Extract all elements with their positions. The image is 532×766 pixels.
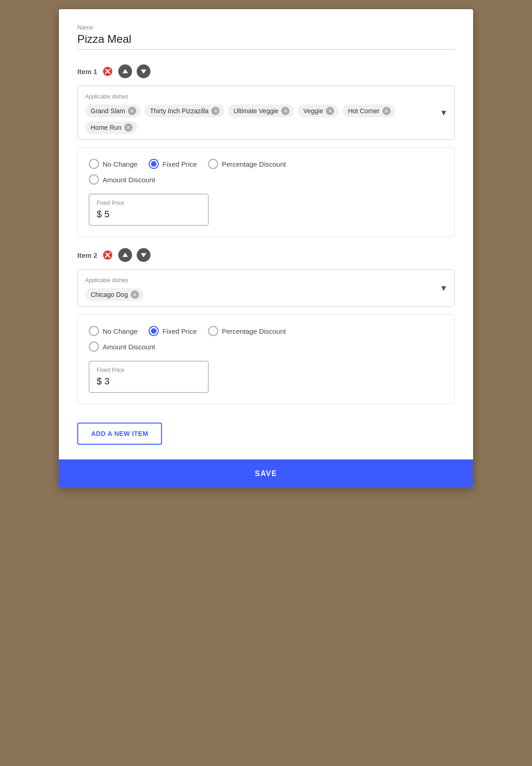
dish-tag-label: Veggie <box>303 107 323 115</box>
move-down-1-button[interactable] <box>137 64 150 78</box>
dish-tag-label: Grand Slam <box>91 107 125 115</box>
items-container: Item 1 Applicable dishesGrand Slam✕Thirt… <box>77 64 455 404</box>
dish-remove-button[interactable]: ✕ <box>382 107 391 115</box>
move-down-2-button[interactable] <box>137 248 150 262</box>
radio-label: No Change <box>103 160 138 168</box>
remove-item-1-button[interactable] <box>102 65 114 77</box>
dish-remove-button[interactable]: ✕ <box>124 123 133 132</box>
radio-label: Percentage Discount <box>222 327 286 335</box>
radio-label: No Change <box>103 327 138 335</box>
item-label-2: Item 2 <box>77 251 97 259</box>
dish-tag-label: Chicago Dog <box>91 291 128 298</box>
dishes-box-2[interactable]: Applicable dishesChicago Dog✕▼ <box>77 269 455 307</box>
remove-icon-2 <box>103 250 113 260</box>
down-arrow-icon <box>140 68 147 75</box>
price-options-box-1: No ChangeFixed PricePercentage DiscountA… <box>77 147 455 237</box>
radio-circle <box>89 159 99 169</box>
radio-label: Amount Discount <box>103 343 155 351</box>
add-new-item-button[interactable]: ADD A NEW ITEM <box>77 423 162 445</box>
dish-tag: Ultimate Veggie✕ <box>228 104 294 117</box>
name-label: Name <box>77 24 455 31</box>
dishes-label-2: Applicable dishes <box>85 277 447 284</box>
radio-circle <box>149 326 159 336</box>
dish-tag: Thirty Inch Pizzazilla✕ <box>145 104 225 117</box>
fixed-price-value-2: $ 3 <box>97 376 201 387</box>
radio-label: Percentage Discount <box>222 160 286 168</box>
dish-tag: Veggie✕ <box>298 104 339 117</box>
svg-marker-9 <box>141 253 146 257</box>
remove-item-2-button[interactable] <box>102 249 114 261</box>
fixed-price-box-2[interactable]: Fixed Price$ 3 <box>89 361 208 393</box>
radio-inner <box>151 328 156 334</box>
price-radio-row1-2: No ChangeFixed PricePercentage Discount <box>89 326 443 336</box>
price-radio-row1-1: No ChangeFixed PricePercentage Discount <box>89 159 443 169</box>
price-radio-row2-2: Amount Discount <box>89 342 443 352</box>
fixed-price-label-1: Fixed Price <box>97 200 201 206</box>
svg-marker-4 <box>141 70 146 74</box>
radio-circle <box>89 326 99 336</box>
radio-circle <box>208 159 218 169</box>
modal-content: Name Pizza Meal Item 1 Applicable dishes… <box>59 9 473 404</box>
dish-tag: Grand Slam✕ <box>85 104 141 117</box>
radio-option-fixed-price-1[interactable]: Fixed Price <box>149 159 197 169</box>
radio-option-no-change-2[interactable]: No Change <box>89 326 138 336</box>
radio-option-amt-discount-1[interactable]: Amount Discount <box>89 174 155 185</box>
dish-tag: Chicago Dog✕ <box>85 288 144 301</box>
move-up-1-button[interactable] <box>118 64 132 78</box>
remove-icon-1 <box>103 66 113 76</box>
fixed-price-box-1[interactable]: Fixed Price$ 5 <box>89 194 208 226</box>
dish-tag-label: Hot Corner <box>348 107 379 115</box>
item-header-1: Item 1 <box>77 64 455 78</box>
move-up-2-button[interactable] <box>118 248 132 262</box>
up-arrow-icon <box>122 252 128 258</box>
dish-tag: Home Run✕ <box>85 121 137 134</box>
svg-marker-8 <box>122 253 128 257</box>
bottom-section: ADD A NEW ITEM <box>59 415 473 445</box>
dish-remove-button[interactable]: ✕ <box>326 107 334 115</box>
name-value: Pizza Meal <box>77 33 455 50</box>
radio-option-pct-discount-2[interactable]: Percentage Discount <box>208 326 286 336</box>
radio-circle <box>89 342 99 352</box>
radio-option-pct-discount-1[interactable]: Percentage Discount <box>208 159 286 169</box>
price-radio-row2-1: Amount Discount <box>89 174 443 185</box>
dish-remove-button[interactable]: ✕ <box>128 107 136 115</box>
radio-circle <box>208 326 218 336</box>
dish-remove-button[interactable]: ✕ <box>281 107 289 115</box>
radio-label: Amount Discount <box>103 176 155 184</box>
price-options-box-2: No ChangeFixed PricePercentage DiscountA… <box>77 314 455 404</box>
dish-remove-button[interactable]: ✕ <box>131 290 139 299</box>
dish-tag-label: Home Run <box>91 124 121 131</box>
fixed-price-value-1: $ 5 <box>97 209 201 220</box>
up-arrow-icon <box>122 68 128 75</box>
item-header-2: Item 2 <box>77 248 455 262</box>
item-section-2: Item 2 Applicable dishesChicago Dog✕▼No … <box>77 248 455 404</box>
dish-tag: Hot Corner✕ <box>342 104 395 117</box>
radio-circle <box>89 174 99 185</box>
radio-option-no-change-1[interactable]: No Change <box>89 159 138 169</box>
modal: Name Pizza Meal Item 1 Applicable dishes… <box>59 9 473 488</box>
radio-option-amt-discount-2[interactable]: Amount Discount <box>89 342 155 352</box>
dishes-box-1[interactable]: Applicable dishesGrand Slam✕Thirty Inch … <box>77 86 455 140</box>
radio-circle <box>149 159 159 169</box>
dish-tag-label: Thirty Inch Pizzazilla <box>150 107 209 115</box>
name-section: Name Pizza Meal <box>77 24 455 50</box>
item-label-1: Item 1 <box>77 68 97 75</box>
save-button[interactable]: SAVE <box>59 459 473 488</box>
dishes-tags-1: Grand Slam✕Thirty Inch Pizzazilla✕Ultima… <box>85 104 447 134</box>
radio-option-fixed-price-2[interactable]: Fixed Price <box>149 326 197 336</box>
dishes-label-1: Applicable dishes <box>85 93 447 100</box>
svg-marker-3 <box>122 69 128 73</box>
radio-label: Fixed Price <box>162 327 197 335</box>
down-arrow-icon <box>140 252 147 258</box>
fixed-price-label-2: Fixed Price <box>97 367 201 373</box>
radio-inner <box>151 161 156 167</box>
dishes-tags-2: Chicago Dog✕ <box>85 288 447 301</box>
dish-tag-label: Ultimate Veggie <box>233 107 278 115</box>
radio-label: Fixed Price <box>162 160 197 168</box>
item-section-1: Item 1 Applicable dishesGrand Slam✕Thirt… <box>77 64 455 237</box>
dish-remove-button[interactable]: ✕ <box>211 107 220 115</box>
